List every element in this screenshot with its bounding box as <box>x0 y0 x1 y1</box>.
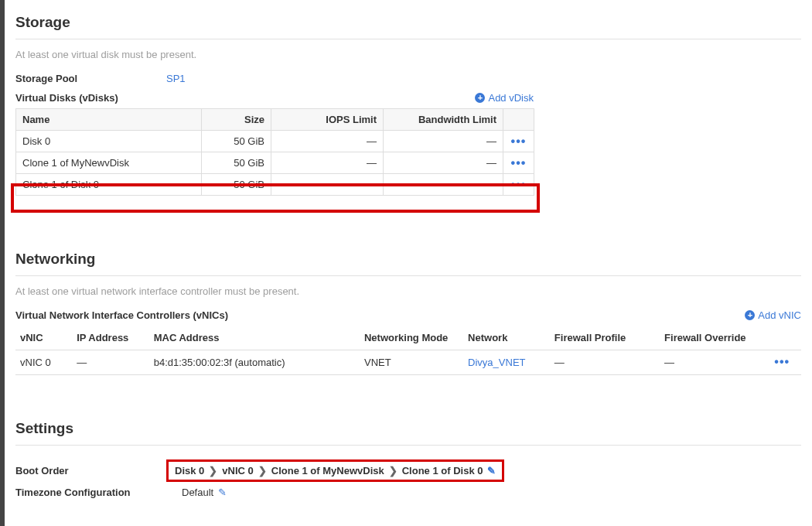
row-actions-menu[interactable]: ••• <box>774 355 790 368</box>
divider <box>15 275 801 276</box>
boot-item: Clone 1 of MyNewvDisk <box>271 465 384 476</box>
boot-item: Clone 1 of Disk 0 <box>402 465 483 476</box>
cell-size: 50 GiB <box>202 152 271 174</box>
cell-bw: — <box>384 174 503 196</box>
cell-fwo: — <box>660 350 769 375</box>
col-fw: Firewall Profile <box>550 326 660 350</box>
boot-item: vNIC 0 <box>222 465 253 476</box>
storage-hint: At least one virtual disk must be presen… <box>15 49 801 60</box>
edit-boot-order-button[interactable]: ✎ <box>487 465 496 476</box>
cell-name: Clone 1 of Disk 0 <box>16 174 202 196</box>
vdisks-subheader: Virtual Disks (vDisks) <box>15 92 118 104</box>
vdisks-header: Name Size IOPS Limit Bandwidth Limit <box>16 109 534 131</box>
settings-heading: Settings <box>15 420 801 437</box>
col-bw: Bandwidth Limit <box>384 109 503 131</box>
boot-item: Disk 0 <box>175 465 204 476</box>
timezone-value-wrap: Default ✎ <box>166 487 227 498</box>
chevron-right-icon: ❯ <box>389 465 397 476</box>
add-vdisk-label: Add vDisk <box>488 92 534 104</box>
add-vdisk-button[interactable]: + Add vDisk <box>475 92 534 104</box>
table-row: Disk 0 50 GiB — — ••• <box>16 131 534 152</box>
boot-order-label: Boot Order <box>15 465 166 476</box>
vnics-table: vNIC IP Address MAC Address Networking M… <box>15 326 801 375</box>
row-actions-menu[interactable]: ••• <box>510 181 527 189</box>
timezone-value: Default <box>182 487 213 498</box>
row-actions-menu[interactable]: ••• <box>510 159 527 167</box>
col-fwo: Firewall Override <box>660 326 769 350</box>
cell-mode: VNET <box>360 350 463 375</box>
vnics-header: vNIC IP Address MAC Address Networking M… <box>15 326 801 350</box>
networking-hint: At least one virtual network interface c… <box>15 285 801 297</box>
col-iops: IOPS Limit <box>271 109 384 131</box>
plus-circle-icon: + <box>475 93 485 103</box>
storage-pool-label: Storage Pool <box>15 73 166 84</box>
vnics-subheader: Virtual Network Interface Controllers (v… <box>15 309 228 321</box>
table-row: Clone 1 of Disk 0 50 GiB — — ••• <box>16 174 534 196</box>
divider <box>15 39 801 39</box>
vdisks-table-wrap: Name Size IOPS Limit Bandwidth Limit Dis… <box>15 108 534 196</box>
edit-timezone-button[interactable]: ✎ <box>218 487 227 498</box>
divider <box>15 445 801 446</box>
boot-order-value: Disk 0 ❯ vNIC 0 ❯ Clone 1 of MyNewvDisk … <box>166 459 504 482</box>
cell-iops: — <box>271 174 384 196</box>
col-name: Name <box>16 109 202 131</box>
vdisks-header-row: Virtual Disks (vDisks) + Add vDisk <box>15 92 534 104</box>
storage-pool-link[interactable]: SP1 <box>166 73 186 84</box>
timezone-label: Timezone Configuration <box>15 487 166 498</box>
table-row: vNIC 0 — b4:d1:35:00:02:3f (automatic) V… <box>15 350 801 375</box>
col-vnic: vNIC <box>15 326 72 350</box>
settings-section: Settings Boot Order Disk 0 ❯ vNIC 0 ❯ Cl… <box>5 406 812 498</box>
vdisks-table: Name Size IOPS Limit Bandwidth Limit Dis… <box>15 108 534 196</box>
network-link[interactable]: Divya_VNET <box>468 357 525 368</box>
boot-order-row: Boot Order Disk 0 ❯ vNIC 0 ❯ Clone 1 of … <box>15 459 801 482</box>
col-size: Size <box>202 109 271 131</box>
chevron-right-icon: ❯ <box>258 465 267 476</box>
cell-bw: — <box>384 152 503 174</box>
row-actions-menu[interactable]: ••• <box>510 138 527 145</box>
col-mac: MAC Address <box>149 326 360 350</box>
cell-name: Clone 1 of MyNewvDisk <box>16 152 202 174</box>
storage-section: Storage At least one virtual disk must b… <box>5 0 812 198</box>
col-actions <box>769 326 801 350</box>
cell-vnic: vNIC 0 <box>15 350 72 375</box>
vnics-header-row: Virtual Network Interface Controllers (v… <box>15 309 801 321</box>
storage-heading: Storage <box>15 14 801 31</box>
col-mode: Networking Mode <box>360 326 463 350</box>
cell-size: 50 GiB <box>202 131 271 152</box>
plus-circle-icon: + <box>745 310 755 320</box>
cell-iops: — <box>271 152 384 174</box>
cell-mac: b4:d1:35:00:02:3f (automatic) <box>149 350 360 375</box>
col-actions <box>503 109 534 131</box>
chevron-right-icon: ❯ <box>209 465 217 476</box>
networking-section: Networking At least one virtual network … <box>5 237 812 375</box>
col-ip: IP Address <box>72 326 149 350</box>
table-row: Clone 1 of MyNewvDisk 50 GiB — — ••• <box>16 152 534 174</box>
col-net: Network <box>463 326 550 350</box>
cell-size: 50 GiB <box>202 174 271 196</box>
add-vnic-button[interactable]: + Add vNIC <box>745 309 801 321</box>
add-vnic-label: Add vNIC <box>758 309 801 321</box>
cell-name: Disk 0 <box>16 131 202 152</box>
cell-iops: — <box>271 131 384 152</box>
cell-bw: — <box>384 131 503 152</box>
timezone-row: Timezone Configuration Default ✎ <box>15 487 801 498</box>
cell-fw: — <box>550 350 660 375</box>
cell-ip: — <box>72 350 149 375</box>
storage-pool-row: Storage Pool SP1 <box>15 73 801 84</box>
networking-heading: Networking <box>15 251 801 268</box>
